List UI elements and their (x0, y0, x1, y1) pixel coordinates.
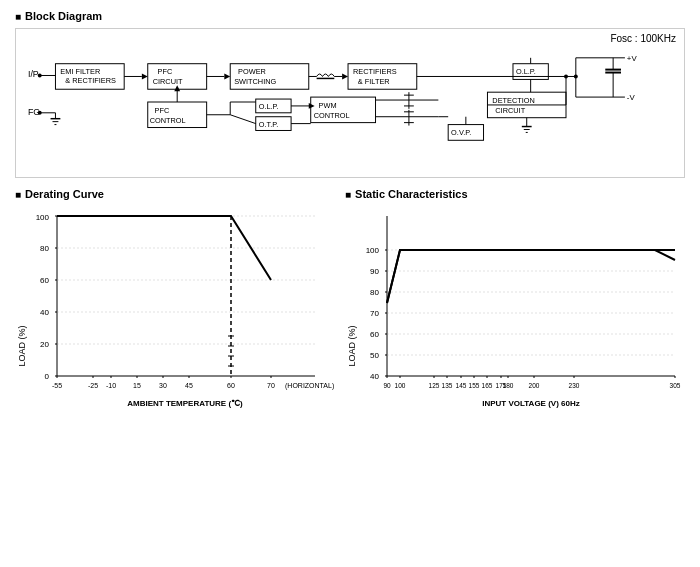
static-y-label: LOAD (%) (347, 325, 357, 366)
svg-text:60: 60 (370, 330, 379, 339)
svg-text:155: 155 (469, 382, 480, 389)
svg-text:-10: -10 (106, 382, 116, 389)
svg-text:O.T.P.: O.T.P. (259, 120, 279, 129)
svg-line-89 (230, 115, 256, 124)
static-title-label: Static Characteristics (355, 188, 468, 200)
static-chart-svg: LOAD (%) 40 50 60 (345, 206, 685, 426)
svg-text:30: 30 (159, 382, 167, 389)
svg-point-2 (38, 74, 42, 78)
svg-text:CIRCUIT: CIRCUIT (153, 77, 183, 86)
derating-chart-svg: LOAD (%) 0 20 40 (15, 206, 335, 426)
block-diagram-svg: I/P FG EMI FILTER & RECTIFIERS (26, 37, 674, 167)
fosc-label: Fosc : 100KHz (610, 33, 676, 44)
static-chart-area: LOAD (%) 40 50 60 (345, 206, 685, 428)
svg-text:70: 70 (370, 309, 379, 318)
svg-text:RECTIFIERS: RECTIFIERS (353, 68, 397, 77)
svg-text:0: 0 (45, 372, 50, 381)
svg-text:CONTROL: CONTROL (150, 116, 186, 125)
svg-marker-64 (309, 103, 315, 109)
derating-curve-section: Derating Curve LOAD (%) 0 (15, 188, 335, 428)
svg-text:100: 100 (36, 213, 50, 222)
svg-text:AMBIENT TEMPERATURE (℃): AMBIENT TEMPERATURE (℃) (127, 399, 243, 408)
svg-text:DETECTION: DETECTION (492, 96, 535, 105)
svg-text:20: 20 (40, 340, 49, 349)
svg-text:EMI FILTER: EMI FILTER (60, 68, 100, 77)
svg-text:-25: -25 (88, 382, 98, 389)
svg-text:SWITCHING: SWITCHING (234, 77, 276, 86)
svg-point-79 (564, 75, 568, 79)
svg-text:PFC: PFC (158, 68, 173, 77)
derating-curve-title: Derating Curve (15, 188, 335, 200)
svg-text:40: 40 (370, 372, 379, 381)
derating-title-label: Derating Curve (25, 188, 104, 200)
svg-text:200: 200 (529, 382, 540, 389)
svg-text:POWER: POWER (238, 68, 266, 77)
svg-text:100: 100 (366, 246, 380, 255)
block-diagram-section: Block Diagram Fosc : 100KHz I/P FG (15, 10, 685, 178)
svg-text:70: 70 (267, 382, 275, 389)
bottom-charts-row: Derating Curve LOAD (%) 0 (15, 188, 685, 428)
svg-text:80: 80 (40, 244, 49, 253)
svg-marker-14 (142, 74, 148, 80)
svg-text:PFC: PFC (155, 106, 170, 115)
svg-text:(HORIZONTAL): (HORIZONTAL) (285, 382, 334, 390)
svg-text:CONTROL: CONTROL (314, 111, 350, 120)
block-diagram-title: Block Diagram (15, 10, 685, 22)
svg-text:60: 60 (40, 276, 49, 285)
page: Block Diagram Fosc : 100KHz I/P FG (0, 0, 700, 567)
svg-text:50: 50 (370, 351, 379, 360)
block-diagram-label: Block Diagram (25, 10, 102, 22)
svg-text:-55: -55 (52, 382, 62, 389)
svg-text:60: 60 (227, 382, 235, 389)
svg-text:165: 165 (482, 382, 493, 389)
svg-text:125: 125 (429, 382, 440, 389)
static-characteristics-section: Static Characteristics LOAD (%) 40 50 (345, 188, 685, 428)
svg-text:PWM: PWM (319, 101, 337, 110)
svg-text:305: 305 (670, 382, 681, 389)
svg-text:40: 40 (40, 308, 49, 317)
block-diagram-container: Fosc : 100KHz I/P FG EMI FILTER & RECTIF… (15, 28, 685, 178)
svg-text:I/P: I/P (28, 69, 39, 79)
svg-text:O.V.P.: O.V.P. (451, 128, 471, 137)
svg-marker-26 (342, 74, 348, 80)
svg-text:CIRCUIT: CIRCUIT (495, 106, 525, 115)
svg-text:& FILTER: & FILTER (358, 77, 390, 86)
svg-text:80: 80 (370, 288, 379, 297)
static-characteristics-title: Static Characteristics (345, 188, 685, 200)
svg-marker-19 (224, 74, 230, 80)
svg-text:& RECTIFIERS: & RECTIFIERS (65, 76, 116, 85)
svg-text:15: 15 (133, 382, 141, 389)
derating-chart-area: LOAD (%) 0 20 40 (15, 206, 335, 428)
svg-text:INPUT VOLTAGE (V) 60Hz: INPUT VOLTAGE (V) 60Hz (482, 399, 580, 408)
derating-y-label: LOAD (%) (17, 325, 27, 366)
svg-text:-V: -V (627, 93, 636, 102)
svg-text:135: 135 (442, 382, 453, 389)
svg-point-5 (38, 111, 42, 115)
svg-text:145: 145 (456, 382, 467, 389)
svg-text:90: 90 (383, 382, 391, 389)
svg-text:90: 90 (370, 267, 379, 276)
svg-text:180: 180 (503, 382, 514, 389)
svg-text:O.L.P.: O.L.P. (516, 68, 536, 77)
svg-text:230: 230 (569, 382, 580, 389)
svg-text:O.L.P.: O.L.P. (259, 102, 279, 111)
svg-text:100: 100 (395, 382, 406, 389)
svg-text:45: 45 (185, 382, 193, 389)
svg-text:+V: +V (627, 54, 638, 63)
